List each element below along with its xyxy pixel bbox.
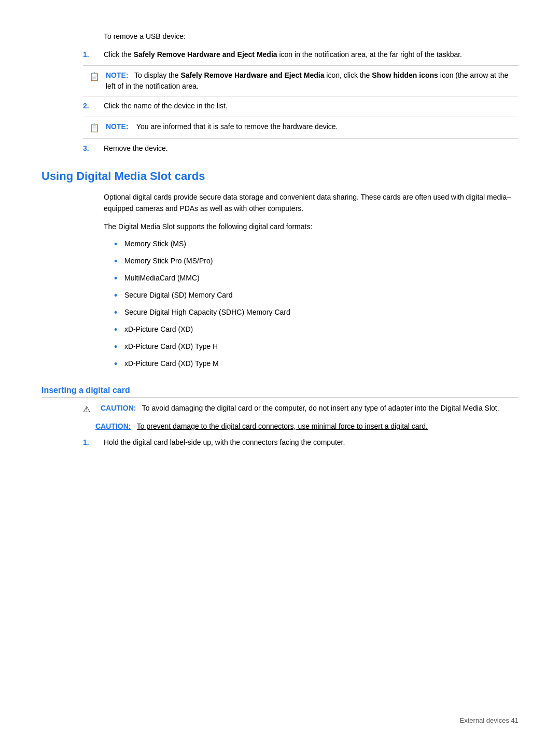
note-1-content: NOTE: To display the Safely Remove Hardw… <box>106 70 512 92</box>
step-1: 1. Click the Safely Remove Hardware and … <box>83 49 519 60</box>
step-3: 3. Remove the device. <box>83 143 519 154</box>
remove-usb-label: To remove a USB device: <box>104 32 186 40</box>
bullet-text-6: xD-Picture Card (XD) <box>124 324 193 335</box>
page-content: To remove a USB device: 1. Click the Saf… <box>0 0 560 495</box>
section-body-1: Optional digital cards provide secure da… <box>104 191 519 215</box>
bullet-item-7: • xD-Picture Card (XD) Type H <box>114 341 519 354</box>
bullet-item-6: • xD-Picture Card (XD) <box>114 324 519 337</box>
bullet-item-1: • Memory Stick (MS) <box>114 238 519 251</box>
bullet-item-5: • Secure Digital High Capacity (SDHC) Me… <box>114 307 519 320</box>
insert-step-1: 1. Hold the digital card label-side up, … <box>83 437 519 448</box>
caution-2-text: To prevent damage to the digital card co… <box>137 422 428 430</box>
bullet-list: • Memory Stick (MS) • Memory Stick Pro (… <box>114 238 519 371</box>
caution-icon-1: ⚠ <box>83 403 96 416</box>
bullet-item-4: • Secure Digital (SD) Memory Card <box>114 290 519 303</box>
step-2: 2. Click the name of the device in the l… <box>83 101 519 111</box>
footer-text: External devices 41 <box>460 716 519 724</box>
bullet-item-8: • xD-Picture Card (XD) Type M <box>114 358 519 371</box>
step-2-num: 2. <box>83 101 104 111</box>
caution-1-content: CAUTION: To avoid damaging the digital c… <box>101 403 519 414</box>
step-3-content: Remove the device. <box>104 143 519 154</box>
footer: External devices 41 <box>460 716 519 724</box>
bullet-dot-6: • <box>114 323 124 337</box>
caution-2-label: CAUTION: <box>95 422 131 430</box>
bullet-text-4: Secure Digital (SD) Memory Card <box>124 290 233 301</box>
bullet-text-8: xD-Picture Card (XD) Type M <box>124 358 219 369</box>
insert-step-1-num: 1. <box>83 437 104 448</box>
caution-1: ⚠ CAUTION: To avoid damaging the digital… <box>83 403 519 416</box>
bullet-dot-8: • <box>114 357 124 371</box>
caution-1-label: CAUTION: <box>101 404 136 412</box>
bullet-dot-3: • <box>114 272 124 286</box>
step-1-content: Click the Safely Remove Hardware and Eje… <box>104 49 519 60</box>
caution-2: CAUTION: To prevent damage to the digita… <box>95 421 519 432</box>
note-icon-1: 📋 <box>89 71 102 83</box>
bullet-dot-7: • <box>114 340 124 354</box>
bullet-text-7: xD-Picture Card (XD) Type H <box>124 341 218 352</box>
bullet-dot-2: • <box>114 255 124 269</box>
note-1: 📋 NOTE: To display the Safely Remove Har… <box>83 65 519 96</box>
bullet-item-3: • MultiMediaCard (MMC) <box>114 273 519 286</box>
note-icon-2: 📋 <box>89 122 102 134</box>
note-2-label: NOTE: <box>106 122 129 131</box>
step-2-content: Click the name of the device in the list… <box>104 101 519 111</box>
bullet-dot-1: • <box>114 237 124 251</box>
bullet-item-2: • Memory Stick Pro (MS/Pro) <box>114 256 519 269</box>
section-body-2: The Digital Media Slot supports the foll… <box>104 221 519 232</box>
bullet-text-5: Secure Digital High Capacity (SDHC) Memo… <box>124 307 290 318</box>
step-3-num: 3. <box>83 143 104 154</box>
note-1-label: NOTE: <box>106 71 129 79</box>
bullet-text-3: MultiMediaCard (MMC) <box>124 273 200 284</box>
note-2: 📋 NOTE: You are informed that it is safe… <box>83 117 519 139</box>
insert-step-1-content: Hold the digital card label-side up, wit… <box>104 437 519 448</box>
bullet-dot-5: • <box>114 306 124 320</box>
step-1-num: 1. <box>83 49 104 60</box>
intro-text: To remove a USB device: <box>104 31 519 42</box>
note-2-content: NOTE: You are informed that it is safe t… <box>106 121 512 132</box>
section-title: Using Digital Media Slot cards <box>41 170 519 183</box>
bullet-text-1: Memory Stick (MS) <box>124 238 186 249</box>
subsection-title: Inserting a digital card <box>41 386 519 398</box>
bullet-dot-4: • <box>114 289 124 303</box>
bullet-text-2: Memory Stick Pro (MS/Pro) <box>124 256 213 266</box>
